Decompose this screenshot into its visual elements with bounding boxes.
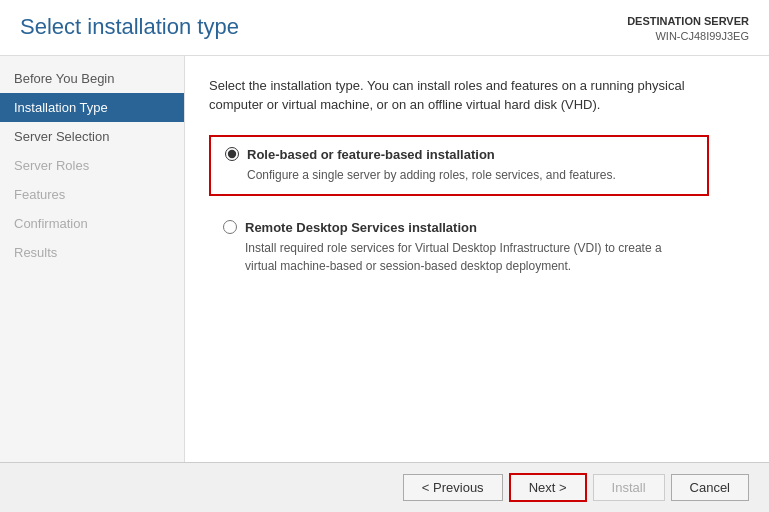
next-button[interactable]: Next > [509, 473, 587, 502]
option-remote-desktop-text: Remote Desktop Services installation [245, 220, 477, 235]
previous-button[interactable]: < Previous [403, 474, 503, 501]
option-role-based-box[interactable]: Role-based or feature-based installation… [209, 135, 709, 196]
option-role-based-desc: Configure a single server by adding role… [247, 166, 693, 184]
destination-name: WIN-CJ48I99J3EG [627, 29, 749, 44]
footer: < Previous Next > Install Cancel [0, 462, 769, 512]
sidebar-item-installation-type[interactable]: Installation Type [0, 93, 184, 122]
install-button[interactable]: Install [593, 474, 665, 501]
sidebar-item-before-you-begin[interactable]: Before You Begin [0, 64, 184, 93]
option-role-based-text: Role-based or feature-based installation [247, 147, 495, 162]
option-remote-desktop-box[interactable]: Remote Desktop Services installation Ins… [209, 210, 709, 285]
sidebar-item-results: Results [0, 238, 184, 267]
cancel-button[interactable]: Cancel [671, 474, 749, 501]
sidebar-item-server-selection[interactable]: Server Selection [0, 122, 184, 151]
content-area: Select the installation type. You can in… [185, 56, 769, 462]
sidebar-item-features: Features [0, 180, 184, 209]
destination-label: DESTINATION SERVER [627, 14, 749, 29]
sidebar: Before You Begin Installation Type Serve… [0, 56, 185, 462]
option-role-based-label[interactable]: Role-based or feature-based installation [225, 147, 693, 162]
main-content: Before You Begin Installation Type Serve… [0, 56, 769, 462]
radio-remote-desktop[interactable] [223, 220, 237, 234]
destination-server: DESTINATION SERVER WIN-CJ48I99J3EG [627, 14, 749, 45]
option-remote-desktop-desc: Install required role services for Virtu… [245, 239, 695, 275]
sidebar-item-confirmation: Confirmation [0, 209, 184, 238]
radio-role-based[interactable] [225, 147, 239, 161]
option-remote-desktop-label[interactable]: Remote Desktop Services installation [223, 220, 695, 235]
title-bar: Select installation type DESTINATION SER… [0, 0, 769, 56]
sidebar-item-server-roles: Server Roles [0, 151, 184, 180]
description-text: Select the installation type. You can in… [209, 76, 729, 115]
page-title: Select installation type [20, 14, 239, 40]
